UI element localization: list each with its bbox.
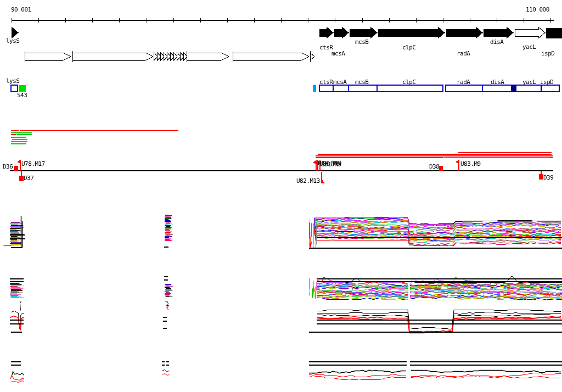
- gene-arrow-mcsA[interactable]: [334, 27, 349, 38]
- orf-arrow[interactable]: [187, 53, 229, 60]
- orf-arrow[interactable]: [25, 53, 71, 60]
- annotation-tracks-svg[interactable]: [0, 0, 562, 392]
- cyan-box[interactable]: [313, 85, 316, 92]
- S43-box[interactable]: [19, 85, 26, 92]
- orf-arrow[interactable]: [72, 53, 153, 60]
- navy-segment[interactable]: [511, 85, 516, 92]
- marker-flag[interactable]: [17, 160, 20, 164]
- marker-box[interactable]: [14, 166, 18, 171]
- marker-box[interactable]: [439, 166, 443, 171]
- orf-arrow[interactable]: [233, 53, 309, 60]
- genome-browser-view[interactable]: 90 001110 000lysSctsRmcsAmcsBclpCradAdis…: [0, 0, 562, 392]
- divider-segment[interactable]: [541, 85, 542, 92]
- gene-arrow-ispD[interactable]: [546, 28, 562, 38]
- orf-arrow[interactable]: [310, 53, 314, 60]
- gene-arrow-mcsB[interactable]: [350, 27, 377, 38]
- gene-arrow-lysS[interactable]: [12, 27, 18, 38]
- gene-arrow-radA[interactable]: [446, 27, 482, 38]
- ctsR-clpC-operon-box[interactable]: [319, 85, 443, 92]
- lysS-box[interactable]: [11, 85, 18, 92]
- gene-arrow-disA[interactable]: [484, 27, 513, 38]
- marker-flag[interactable]: [456, 160, 459, 164]
- gene-arrow-yacL[interactable]: [515, 27, 545, 38]
- marker-box[interactable]: [539, 174, 543, 180]
- gene-arrow-ctsR[interactable]: [319, 27, 333, 38]
- marker-box[interactable]: [19, 176, 24, 181]
- gene-arrow-clpC[interactable]: [378, 27, 445, 38]
